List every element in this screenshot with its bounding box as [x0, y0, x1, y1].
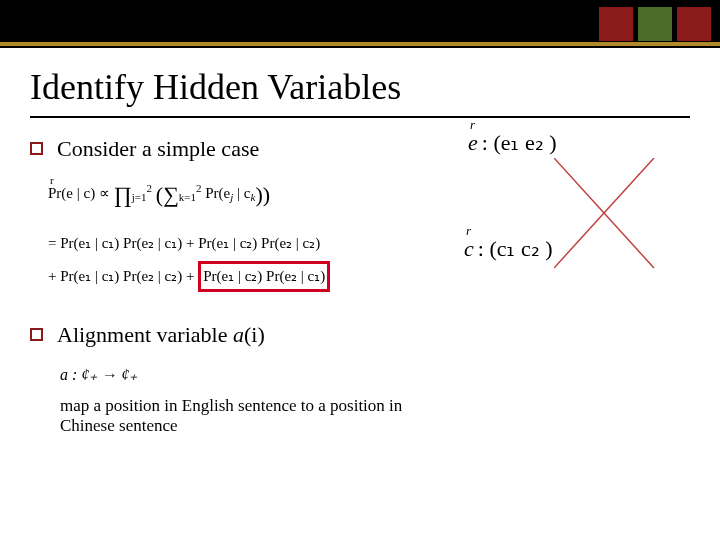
math-block: Pr(e | c) ∝ ∏j=12 (∑k=12 Pr(ej | ck)) = …: [48, 176, 440, 292]
decor-square-3: [676, 6, 712, 42]
slide-title: Identify Hidden Variables: [30, 66, 690, 108]
prod-sup: 2: [147, 182, 153, 194]
alignment-map-text: map a position in English sentence to a …: [60, 396, 440, 436]
math-lhs: Pr(e | c) ∝: [48, 185, 110, 201]
math-line-1: Pr(e | c) ∝ ∏j=12 (∑k=12 Pr(ej | ck)): [48, 176, 440, 213]
slide-top-bar: [0, 0, 720, 48]
decor-squares: [598, 6, 712, 42]
vec-c-expr: : (c₁ c₂ ): [478, 236, 553, 262]
vector-e: e : (e₁ e₂ ): [468, 130, 690, 156]
bullet-1: Consider a simple case: [30, 136, 440, 162]
decor-square-1: [598, 6, 634, 42]
vec-c-symbol: c: [464, 236, 474, 262]
rparen-big: )): [255, 182, 270, 207]
bullet-marker-icon: [30, 142, 43, 155]
bullet-2-text: Alignment variable a(i): [57, 322, 265, 348]
math-line-2: = Pr(e₁ | c₁) Pr(e₂ | c₁) + Pr(e₁ | c₂) …: [48, 231, 440, 257]
bullet-marker-icon: [30, 328, 43, 341]
alignment-def: a : ¢₊ → ¢₊: [60, 362, 440, 388]
math-line-3: + Pr(e₁ | c₁) Pr(e₂ | c₂) + Pr(e₁ | c₂) …: [48, 261, 440, 293]
product-op: ∏: [114, 182, 132, 207]
math-line3-prefix: + Pr(e₁ | c₁) Pr(e₂ | c₂) +: [48, 268, 198, 284]
pr-ej: Pr(e: [205, 185, 230, 201]
bullet-1-text: Consider a simple case: [57, 136, 259, 162]
pr-mid: | c: [233, 185, 250, 201]
decor-square-2: [637, 6, 673, 42]
bullet-2-arg: (i): [244, 322, 265, 347]
right-column: e : (e₁ e₂ ) c : (c₁ c₂ ): [460, 136, 690, 436]
vec-e-symbol: e: [468, 130, 478, 156]
bullet-2: Alignment variable a(i): [30, 322, 440, 348]
cross-lines-diagram: [554, 158, 714, 278]
sum-sup: 2: [196, 182, 202, 194]
title-underline: [30, 116, 690, 118]
decor-gold-line: [0, 42, 720, 46]
bullet-2-var: a: [233, 322, 244, 347]
sum-op: ∑: [163, 182, 179, 207]
bullet-2-prefix: Alignment variable: [57, 322, 233, 347]
vec-e-accent: Pr(e | c) ∝: [48, 181, 110, 207]
sum-sub: k=1: [179, 191, 196, 203]
vec-e-expr: : (e₁ e₂ ): [482, 130, 557, 156]
slide-content: Identify Hidden Variables Consider a sim…: [0, 48, 720, 436]
highlighted-term: Pr(e₁ | c₂) Pr(e₂ | c₁): [198, 261, 330, 293]
left-column: Consider a simple case Pr(e | c) ∝ ∏j=12…: [30, 136, 440, 436]
alignment-def-text: a : ¢₊ → ¢₊: [60, 366, 137, 383]
prod-sub: j=1: [132, 191, 147, 203]
columns: Consider a simple case Pr(e | c) ∝ ∏j=12…: [30, 136, 690, 436]
